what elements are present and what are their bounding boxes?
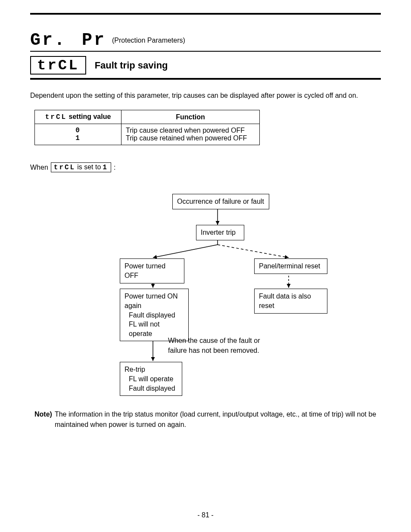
top-rule bbox=[30, 13, 381, 15]
flow-box-fault-reset: Fault data is also reset bbox=[254, 289, 327, 313]
intro-text: Dependent upon the setting of this param… bbox=[30, 92, 381, 100]
svg-line-2 bbox=[153, 245, 218, 258]
protection-label: (Protection Parameters) bbox=[112, 37, 185, 44]
flow-box-power-off: Power turned OFF bbox=[120, 258, 184, 283]
title-row: trCL Fault trip saving bbox=[30, 56, 381, 75]
flow-box-occurrence: Occurrence of failure or fault bbox=[172, 194, 269, 209]
settings-table: trCL setting value Function 0 1 Trip cau… bbox=[34, 110, 260, 145]
when-prefix: When bbox=[30, 164, 48, 171]
group-line: Gr. Pr (Protection Parameters) bbox=[30, 32, 381, 49]
when-suffix: : bbox=[114, 164, 115, 171]
flow-box-power-on: Power turned ON again Fault displayed FL… bbox=[120, 289, 189, 341]
func-cell: Trip cause cleared when powered OFF Trip… bbox=[121, 124, 260, 145]
mid-rule bbox=[30, 51, 381, 52]
section-title: Fault trip saving bbox=[95, 60, 168, 71]
page-number: - 81 - bbox=[0, 511, 411, 519]
value-cell: 0 1 bbox=[35, 124, 121, 145]
flow-caption: When the cause of the fault or failure h… bbox=[168, 336, 280, 355]
header-block: Gr. Pr (Protection Parameters) trCL Faul… bbox=[30, 32, 381, 80]
col1-header: trCL setting value bbox=[35, 110, 121, 124]
table-header-row: trCL setting value Function bbox=[35, 110, 260, 124]
svg-line-3 bbox=[218, 245, 289, 258]
param-group-seg: Pr bbox=[82, 32, 106, 49]
when-line: When trCL is set to 1 : bbox=[30, 162, 381, 172]
param-code-box: trCL bbox=[30, 56, 86, 75]
note-body: The information in the trip status monit… bbox=[55, 409, 381, 430]
note-label: Note) bbox=[34, 409, 52, 430]
bottom-rule bbox=[30, 78, 381, 80]
flow-box-inverter-trip: Inverter trip bbox=[196, 225, 244, 240]
note: Note) The information in the trip status… bbox=[34, 409, 381, 430]
flow-box-retrip: Re-trip FL will operate Fault displayed bbox=[120, 362, 182, 396]
table-row: 0 1 Trip cause cleared when powered OFF … bbox=[35, 124, 260, 145]
group-seg: Gr. bbox=[30, 32, 66, 49]
col2-header: Function bbox=[121, 110, 260, 124]
flow-box-panel-reset: Panel/terminal reset bbox=[254, 258, 327, 274]
flowchart: Occurrence of failure or fault Inverter … bbox=[47, 194, 375, 396]
table-row-bottom bbox=[35, 145, 260, 145]
page: Gr. Pr (Protection Parameters) trCL Faul… bbox=[0, 0, 411, 532]
when-box: trCL is set to 1 bbox=[51, 162, 111, 172]
